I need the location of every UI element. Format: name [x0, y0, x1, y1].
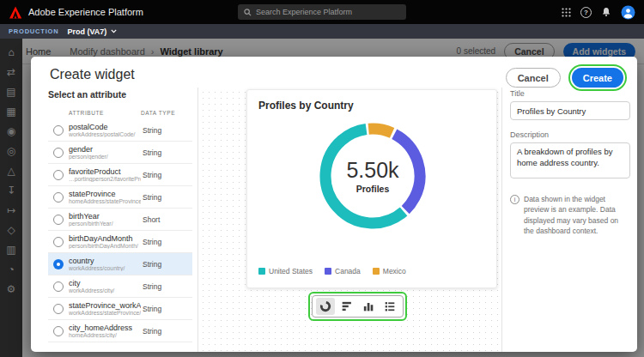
legend-swatch [373, 268, 380, 275]
modal-create-button[interactable]: Create [572, 68, 623, 88]
legend-swatch [258, 268, 265, 275]
legend-label: United States [269, 267, 313, 275]
attribute-data-type: String [143, 260, 161, 269]
attribute-radio[interactable] [53, 215, 64, 225]
title-field-label: Title [510, 89, 630, 98]
list-view-type-button[interactable] [380, 298, 399, 315]
attribute-data-type: String [143, 305, 161, 313]
modal-cancel-button[interactable]: Cancel [506, 68, 561, 88]
attribute-path: workAddress/city/ [69, 287, 141, 293]
annotation-create-highlight: Create [568, 64, 627, 91]
attribute-row-favoriteProduct[interactable]: favoriteProduct…portingperson2/favoriteP… [48, 164, 192, 186]
attribute-panel-heading: Select an attribute [48, 89, 192, 100]
preview-info-note: i Data shown in the widget preview is an… [510, 194, 630, 236]
attribute-radio[interactable] [53, 237, 64, 247]
modal-title: Create widget [50, 67, 135, 82]
preview-chart-title: Profiles by Country [258, 100, 354, 112]
attribute-data-type: Short [143, 215, 160, 224]
attribute-name: birthYear [69, 212, 141, 221]
notifications-bell-icon[interactable] [601, 7, 611, 17]
attribute-name: country [69, 257, 141, 265]
app-switcher-icon[interactable] [562, 8, 571, 17]
attribute-row-gender[interactable]: genderperson/gender/String [48, 142, 192, 164]
legend-label: Canada [335, 267, 361, 275]
chevron-down-icon [111, 29, 117, 33]
widget-preview-card: Profiles by Country 5.50k Profiles Unite… [246, 89, 497, 288]
attribute-path: …portingperson2/favoriteProduct_/ [69, 176, 141, 182]
attribute-row-stateProvince_workAddress[interactable]: stateProvince_workAddressworkAddress/sta… [48, 298, 192, 320]
chart-type-toolbar [312, 295, 404, 318]
attribute-name: gender [69, 145, 141, 154]
user-avatar[interactable] [621, 5, 635, 20]
legend-item: Canada [325, 267, 361, 275]
attribute-radio[interactable] [53, 170, 64, 180]
attribute-panel: Select an attribute ATTRIBUTE DATA TYPE … [48, 89, 192, 343]
attribute-radio[interactable] [53, 192, 64, 203]
attribute-row-birthDayAndMonth[interactable]: birthDayAndMonthperson/birthDayAndMonth/… [48, 231, 192, 253]
legend-label: Mexico [383, 267, 406, 275]
search-icon [244, 9, 252, 16]
column-attribute: ATTRIBUTE [69, 110, 141, 116]
attribute-row-city[interactable]: cityworkAddress/city/String [48, 275, 192, 298]
attribute-path: workAddress/stateProvince/ [69, 310, 141, 316]
attribute-radio[interactable] [53, 281, 64, 292]
attribute-name: stateProvince [69, 190, 141, 198]
adobe-logo-icon [9, 6, 22, 19]
attribute-name: city_homeAddress [69, 324, 141, 332]
donut-chart: 5.50k Profiles [316, 119, 429, 233]
widget-settings-panel: Title Description A breakdown of profile… [510, 89, 630, 343]
attribute-list: postalCodeworkAddress/postalCode/Stringg… [48, 119, 192, 342]
create-widget-modal: Create widget Cancel Create Select an at… [31, 57, 637, 352]
attribute-data-type: String [143, 126, 161, 135]
info-icon: i [510, 195, 519, 204]
legend-item: Mexico [373, 267, 406, 275]
title-input[interactable] [510, 101, 630, 120]
environment-label: PRODUCTION [9, 27, 58, 35]
attribute-row-country[interactable]: countryworkAddress/country/String [48, 253, 192, 275]
attribute-path: workAddress/postalCode/ [69, 131, 141, 137]
attribute-radio[interactable] [53, 259, 64, 269]
search-placeholder: Search Experience Platform [256, 8, 352, 16]
attribute-name: stateProvince_workAddress [69, 301, 141, 310]
attribute-radio[interactable] [53, 125, 64, 136]
attribute-radio[interactable] [53, 304, 64, 314]
search-input[interactable]: Search Experience Platform [238, 4, 406, 20]
description-input[interactable]: A breakdown of profiles by home address … [510, 142, 630, 178]
sandbox-bar: PRODUCTION Prod (VA7) [0, 24, 644, 39]
screen: Adobe Experience Platform Search Experie… [0, 0, 644, 357]
description-field-label: Description [510, 130, 630, 139]
info-note-text: Data shown in the widget preview is an e… [524, 194, 630, 236]
help-icon[interactable]: ? [580, 7, 592, 18]
attribute-radio[interactable] [53, 326, 64, 336]
attribute-name: favoriteProduct [69, 167, 141, 176]
attribute-path: workAddress/country/ [69, 265, 141, 271]
attribute-path: homeAddress/stateProvince/ [69, 198, 141, 204]
attribute-row-city_homeAddress[interactable]: city_homeAddresshomeAddress/city/String [48, 320, 192, 342]
column-data-type: DATA TYPE [141, 110, 175, 116]
attribute-row-postalCode[interactable]: postalCodeworkAddress/postalCode/String [48, 119, 192, 142]
attribute-name: postalCode [69, 123, 141, 131]
annotation-chart-type-highlight [308, 292, 407, 321]
horizontal-bar-chart-type-button[interactable] [337, 298, 356, 315]
attribute-row-stateProvince[interactable]: stateProvincehomeAddress/stateProvince/S… [48, 186, 192, 209]
attribute-data-type: String [143, 282, 161, 291]
attribute-path: person/birthDayAndMonth/ [69, 243, 141, 249]
attribute-path: person/gender/ [69, 154, 141, 160]
bar-chart-type-button[interactable] [359, 298, 378, 315]
attribute-row-birthYear[interactable]: birthYearperson/birthYear/Short [48, 209, 192, 231]
attribute-data-type: String [143, 171, 161, 179]
attribute-radio[interactable] [53, 148, 64, 158]
attribute-data-type: String [143, 148, 161, 157]
attribute-data-type: String [143, 327, 161, 336]
attribute-name: birthDayAndMonth [69, 234, 141, 243]
attribute-path: person/birthYear/ [69, 221, 141, 227]
sandbox-switcher[interactable]: Prod (VA7) [67, 27, 117, 36]
app-title: Adobe Experience Platform [28, 7, 143, 17]
attribute-data-type: String [143, 238, 161, 246]
legend-swatch [325, 268, 331, 275]
top-app-bar: Adobe Experience Platform Search Experie… [0, 0, 644, 24]
attribute-data-type: String [143, 193, 161, 202]
legend-item: United States [258, 267, 313, 275]
donut-chart-type-button[interactable] [316, 298, 335, 315]
widget-preview-area: Profiles by Country 5.50k Profiles Unite… [197, 88, 502, 352]
